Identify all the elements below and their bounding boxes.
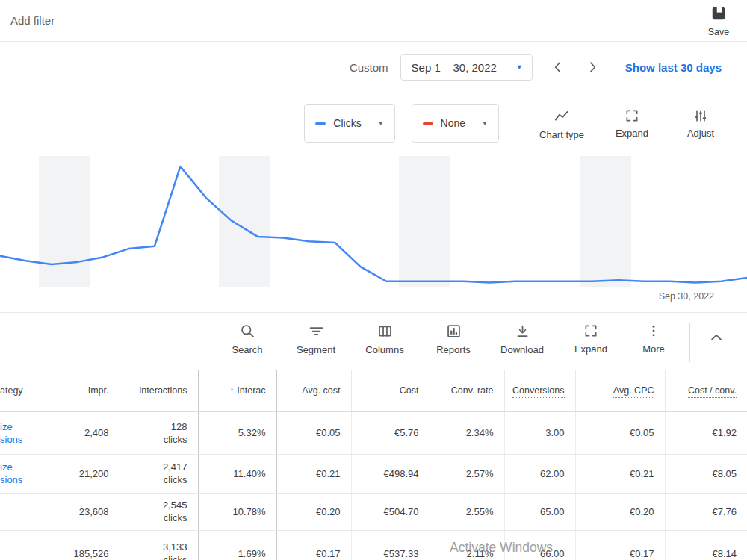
date-range-value: Sep 1 – 30, 2022	[412, 61, 497, 74]
performance-chart-card: Clicks ▼ None ▼ Chart type Expand	[0, 93, 747, 313]
more-vertical-icon	[646, 323, 661, 338]
header-avg-cpc[interactable]: Avg. CPC	[575, 370, 665, 411]
cost-per-conv-cell: €8.05	[665, 454, 747, 493]
campaign-metrics-table: ategy Impr. Interactions ↑Interac Avg. c…	[0, 370, 747, 560]
collapse-table-button[interactable]	[708, 329, 725, 349]
series2-legend-dash-icon	[423, 122, 433, 125]
columns-button[interactable]: Columns	[350, 323, 419, 355]
cost-cell: €537.33	[351, 530, 430, 560]
chevron-right-icon	[585, 60, 600, 75]
series1-metric-label: Clicks	[333, 117, 361, 129]
dropdown-arrow-icon: ▼	[482, 120, 488, 127]
sliders-icon	[693, 108, 708, 123]
header-bid-strategy[interactable]: ategy	[0, 370, 49, 411]
series1-legend-dash-icon	[315, 122, 326, 125]
impressions-cell: 21,200	[49, 454, 120, 493]
conv-rate-cell: 2.34%	[430, 411, 504, 454]
avg-cpc-cell: €0.05	[575, 411, 665, 454]
bid-strategy-cell	[0, 530, 49, 560]
cost-per-conv-cell: €8.14	[665, 530, 747, 560]
chevron-up-icon	[708, 329, 725, 346]
clicks-series-line	[0, 167, 747, 283]
table-expand-button[interactable]: Expand	[557, 323, 625, 355]
cost-per-conv-cell: €1.92	[665, 411, 747, 454]
add-filter-button[interactable]: Add filter	[10, 14, 55, 27]
conversions-cell: 65.00	[504, 493, 575, 530]
avg-cpc-cell: €0.21	[575, 454, 665, 493]
chevron-left-icon	[551, 60, 565, 75]
header-interactions[interactable]: Interactions	[120, 370, 198, 411]
reports-button[interactable]: Reports	[419, 323, 488, 355]
interactions-cell: 2,545 clicks	[120, 493, 198, 530]
conv-rate-cell: 2.11%	[430, 530, 504, 560]
header-conversions[interactable]: Conversions	[504, 370, 575, 411]
bid-strategy-link[interactable]: ize sions	[0, 411, 49, 454]
interactions-cell: 2,417 clicks	[120, 454, 198, 493]
table-total-row: 23,608 2,545 clicks 10.78% €0.20 €504.70…	[0, 493, 747, 530]
custom-range-label: Custom	[350, 61, 388, 74]
header-impressions[interactable]: Impr.	[49, 370, 120, 411]
impressions-cell: 23,608	[49, 493, 120, 530]
table-toolbar: Search Segment Columns Reports Download	[0, 313, 747, 370]
table-row: ize sions 21,200 2,417 clicks 11.40% €0.…	[0, 454, 747, 493]
avg-cost-cell: €0.17	[276, 530, 351, 560]
dropdown-arrow-icon: ▼	[516, 63, 523, 71]
header-avg-cost[interactable]: Avg. cost	[276, 370, 351, 411]
download-icon	[515, 323, 530, 339]
header-cost-per-conv[interactable]: Cost / conv.	[665, 370, 747, 411]
google-ads-report-screen: Add filter Save Custom Sep 1 – 30, 2022 …	[0, 0, 747, 560]
save-label: Save	[702, 27, 735, 37]
top-bar: Add filter Save	[0, 0, 747, 42]
chart-canvas	[0, 156, 747, 287]
show-last-30-days-link[interactable]: Show last 30 days	[625, 61, 722, 74]
conv-rate-cell: 2.57%	[430, 454, 504, 493]
chart-end-date-label: Sep 30, 2022	[0, 287, 747, 312]
series2-metric-label: None	[441, 117, 465, 129]
series2-metric-selector[interactable]: None ▼	[412, 104, 499, 143]
expand-corners-icon	[583, 323, 598, 338]
search-icon	[240, 323, 255, 339]
previous-period-button[interactable]	[549, 58, 567, 76]
header-interaction-rate[interactable]: ↑Interac	[198, 370, 276, 411]
interactions-cell: 128 clicks	[120, 411, 198, 454]
header-cost[interactable]: Cost	[351, 370, 430, 411]
cost-cell: €504.70	[351, 493, 430, 530]
save-button[interactable]: Save	[702, 5, 735, 37]
download-button[interactable]: Download	[488, 323, 557, 355]
chart-expand-button[interactable]: Expand	[608, 104, 656, 139]
conversions-cell: 3.00	[504, 411, 575, 454]
more-button[interactable]: More	[625, 323, 682, 355]
cost-cell: €498.94	[351, 454, 430, 493]
avg-cost-cell: €0.05	[276, 411, 351, 454]
clicks-line-chart	[0, 156, 747, 287]
dropdown-arrow-icon: ▼	[378, 120, 384, 127]
header-conv-rate[interactable]: Conv. rate	[430, 370, 504, 411]
interactions-cell: 3,133 clicks	[120, 530, 198, 560]
table-total-row: 185,526 3,133 clicks 1.69% €0.17 €537.33…	[0, 530, 747, 560]
series1-metric-selector[interactable]: Clicks ▼	[304, 104, 394, 143]
chart-type-button[interactable]: Chart type	[538, 104, 586, 140]
chart-controls: Clicks ▼ None ▼ Chart type Expand	[0, 93, 747, 147]
sort-ascending-icon: ↑	[229, 385, 234, 396]
cost-per-conv-cell: €7.76	[665, 493, 747, 530]
chart-adjust-button[interactable]: Adjust	[677, 104, 725, 139]
avg-cpc-cell: €0.20	[575, 493, 665, 530]
impressions-cell: 2,408	[49, 411, 120, 454]
conversions-cell: 62.00	[504, 454, 575, 493]
avg-cost-cell: €0.21	[276, 454, 351, 493]
interaction-rate-cell: 5.32%	[198, 411, 276, 454]
interaction-rate-cell: 10.78%	[198, 493, 276, 530]
cost-cell: €5.76	[351, 411, 430, 454]
segment-button[interactable]: Segment	[282, 323, 350, 355]
columns-icon	[377, 323, 393, 339]
toolbar-divider	[689, 323, 690, 362]
avg-cpc-cell: €0.17	[575, 530, 665, 560]
save-icon	[710, 11, 727, 24]
bid-strategy-link[interactable]: ize sions	[0, 454, 49, 493]
date-range-selector[interactable]: Sep 1 – 30, 2022 ▼	[400, 54, 533, 81]
next-period-button[interactable]	[583, 58, 601, 76]
interaction-rate-cell: 1.69%	[198, 530, 276, 560]
search-button[interactable]: Search	[213, 323, 282, 355]
expand-corners-icon	[624, 108, 639, 123]
table-row: ize sions 2,408 128 clicks 5.32% €0.05 €…	[0, 411, 747, 454]
